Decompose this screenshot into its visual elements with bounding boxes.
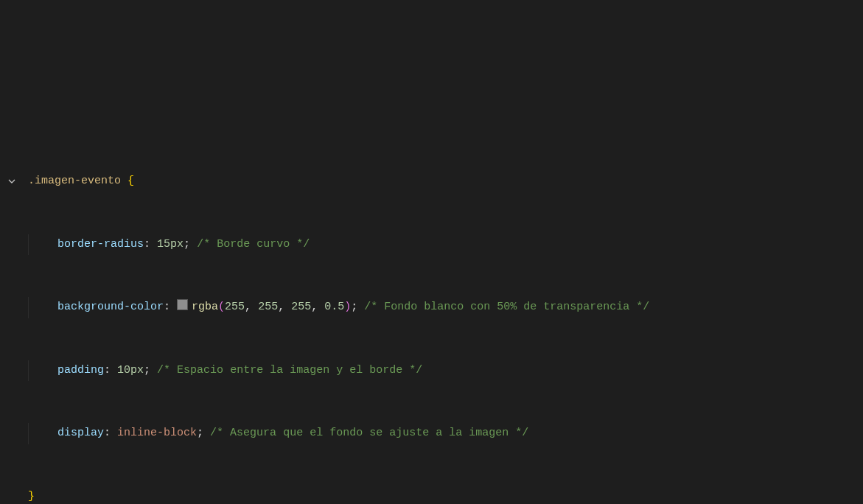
css-comment: /* Borde curvo */ (197, 238, 310, 251)
css-property: background-color (57, 301, 164, 313)
code-line[interactable]: padding: 10px; /* Espacio entre la image… (0, 360, 863, 382)
css-property: padding (57, 364, 104, 377)
close-brace: } (28, 490, 35, 503)
css-property: display (57, 427, 104, 439)
css-comment: /* Espacio entre la imagen y el borde */ (157, 364, 422, 377)
code-line[interactable]: } (0, 486, 863, 505)
fold-line[interactable]: .imagen-evento { (0, 171, 863, 192)
code-line[interactable]: display: inline-block; /* Asegura que el… (0, 423, 863, 444)
code-line[interactable]: border-radius: 15px; /* Borde curvo */ (0, 234, 863, 256)
fold-toggle[interactable] (7, 177, 28, 186)
color-swatch[interactable] (177, 299, 188, 310)
css-comment: /* Asegura que el fondo se ajuste a la i… (210, 427, 528, 439)
css-func: rgba (192, 301, 218, 313)
open-brace: { (127, 175, 134, 187)
css-property: border-radius (57, 238, 144, 251)
css-selector: .imagen-evento (28, 175, 121, 187)
css-comment: /* Fondo blanco con 50% de transparencia… (364, 301, 649, 313)
code-editor[interactable]: .imagen-evento { border-radius: 15px; /*… (0, 84, 863, 504)
code-line[interactable]: background-color: rgba(255, 255, 255, 0.… (0, 297, 863, 318)
css-value: 15 (157, 238, 170, 251)
